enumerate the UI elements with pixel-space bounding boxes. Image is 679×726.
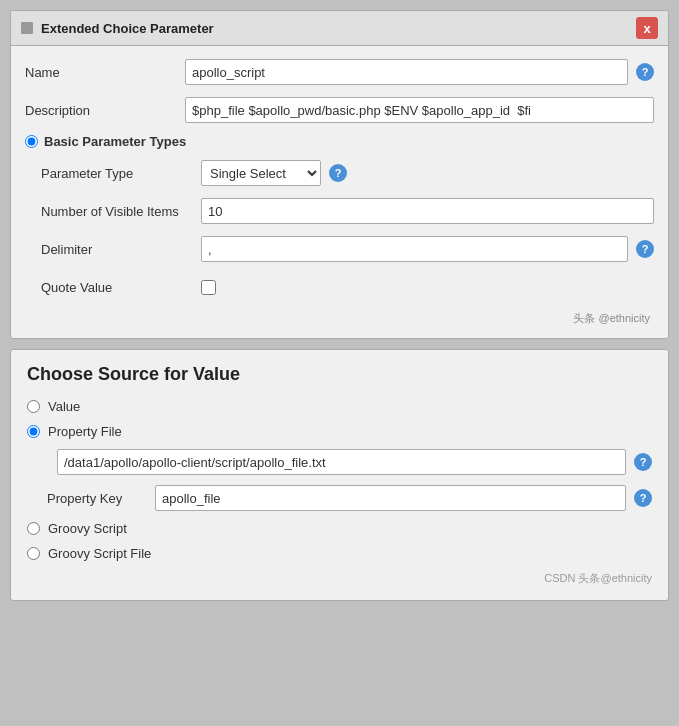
delimiter-row: Delimiter ?: [41, 235, 654, 263]
quote-value-label: Quote Value: [41, 280, 201, 295]
description-input[interactable]: [185, 97, 654, 123]
visible-items-input[interactable]: [201, 198, 654, 224]
param-type-field: Single Select Multi Select Check Boxes R…: [201, 160, 654, 186]
panel-title: Extended Choice Parameter: [21, 21, 214, 36]
param-type-help-icon[interactable]: ?: [329, 164, 347, 182]
source-panel: Choose Source for Value Value Property F…: [10, 349, 669, 601]
property-key-row: Property Key ?: [27, 485, 652, 511]
visible-items-field: [201, 198, 654, 224]
name-help-icon[interactable]: ?: [636, 63, 654, 81]
groovy-script-radio[interactable]: [27, 522, 40, 535]
delimiter-label: Delimiter: [41, 242, 201, 257]
groovy-script-file-option-row: Groovy Script File: [27, 546, 652, 561]
delimiter-help-icon[interactable]: ?: [636, 240, 654, 258]
delimiter-field: ?: [201, 236, 654, 262]
quote-value-field: [201, 280, 654, 295]
param-type-label: Parameter Type: [41, 166, 201, 181]
property-key-label: Property Key: [47, 491, 147, 506]
name-field: ?: [185, 59, 654, 85]
watermark2: CSDN 头条@ethnicity: [27, 571, 652, 586]
watermark1: 头条 @ethnicity: [25, 311, 654, 326]
description-row: Description: [25, 96, 654, 124]
property-key-help-icon[interactable]: ?: [634, 489, 652, 507]
close-button[interactable]: x: [636, 17, 658, 39]
source-panel-title: Choose Source for Value: [27, 364, 652, 385]
panel2-body: Choose Source for Value Value Property F…: [11, 350, 668, 600]
property-file-path-help-icon[interactable]: ?: [634, 453, 652, 471]
extended-choice-panel: Extended Choice Parameter x Name ? Descr…: [10, 10, 669, 339]
property-file-option-row: Property File: [27, 424, 652, 439]
property-key-input[interactable]: [155, 485, 626, 511]
basic-param-types-row: Basic Parameter Types: [25, 134, 654, 149]
groovy-script-file-radio[interactable]: [27, 547, 40, 560]
param-type-row: Parameter Type Single Select Multi Selec…: [41, 159, 654, 187]
description-field: [185, 97, 654, 123]
description-label: Description: [25, 103, 185, 118]
property-file-path-row: ?: [57, 449, 652, 475]
visible-items-row: Number of Visible Items: [41, 197, 654, 225]
property-file-path-input[interactable]: [57, 449, 626, 475]
property-file-label: Property File: [48, 424, 122, 439]
groovy-script-option-row: Groovy Script: [27, 521, 652, 536]
quote-value-checkbox[interactable]: [201, 280, 216, 295]
value-radio[interactable]: [27, 400, 40, 413]
groovy-script-label: Groovy Script: [48, 521, 127, 536]
quote-value-row: Quote Value: [41, 273, 654, 301]
visible-items-label: Number of Visible Items: [41, 204, 201, 219]
panel1-body: Name ? Description Basic Parameter Types…: [11, 46, 668, 338]
param-type-select[interactable]: Single Select Multi Select Check Boxes R…: [201, 160, 321, 186]
panel-title-icon: [21, 22, 33, 34]
property-file-radio[interactable]: [27, 425, 40, 438]
value-option-row: Value: [27, 399, 652, 414]
groovy-script-file-label: Groovy Script File: [48, 546, 151, 561]
panel-header: Extended Choice Parameter x: [11, 11, 668, 46]
basic-param-types-label: Basic Parameter Types: [44, 134, 186, 149]
property-key-field: ?: [155, 485, 652, 511]
name-row: Name ?: [25, 58, 654, 86]
basic-param-types-radio[interactable]: [25, 135, 38, 148]
name-label: Name: [25, 65, 185, 80]
name-input[interactable]: [185, 59, 628, 85]
delimiter-input[interactable]: [201, 236, 628, 262]
value-label: Value: [48, 399, 80, 414]
